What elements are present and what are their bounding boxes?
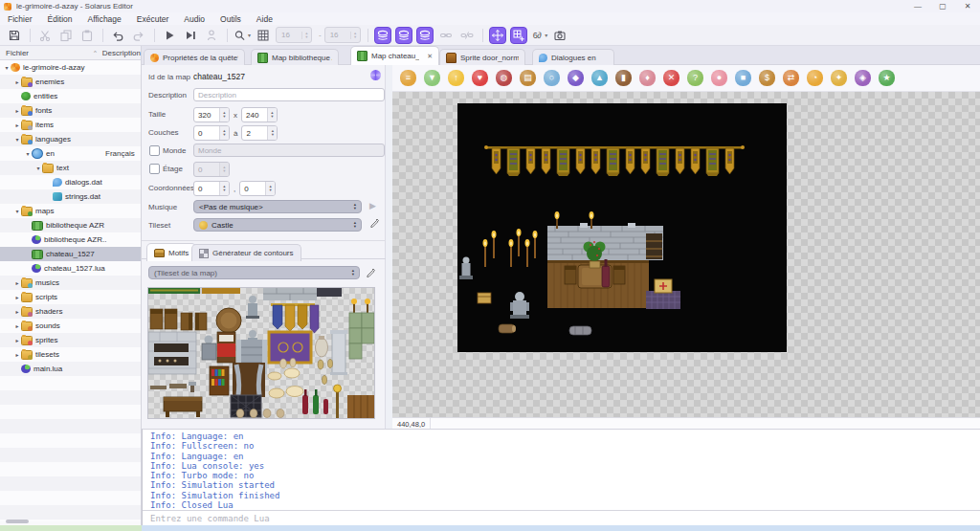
menu-audio[interactable]: Audio (176, 14, 212, 24)
layers-max-spinbox[interactable]: 2▴▾ (241, 125, 278, 141)
tree-item-strings.dat[interactable]: strings.dat (0, 189, 141, 204)
tree-item-text[interactable]: ▾text (0, 161, 141, 175)
size-width-spinbox[interactable]: 320▴▾ (193, 107, 230, 122)
edit-tileset-icon[interactable] (369, 218, 379, 230)
screenshot-button[interactable] (551, 27, 568, 44)
undo-button[interactable] (109, 27, 126, 44)
console-log[interactable]: Info: Language: enInfo: Fullscreen: noIn… (143, 430, 980, 510)
tree-item-items[interactable]: ▸items (0, 118, 141, 132)
entity-tool-teleporter-icon[interactable]: ▼ (424, 70, 440, 86)
coords-x-spinbox[interactable]: 0▴▾ (193, 181, 230, 196)
entity-tool-clock-arrow-icon[interactable]: ↑ (448, 70, 464, 86)
expand-arrow-icon[interactable]: ▸ (13, 322, 21, 329)
show-low-layer-button[interactable] (374, 27, 391, 44)
collapse-arrow-icon[interactable]: ▾ (34, 165, 42, 171)
refactor-icon[interactable] (370, 70, 381, 80)
tree-item-languages[interactable]: ▾languages (0, 132, 141, 146)
unlink-layers-button[interactable] (458, 27, 476, 44)
coords-y-spinbox[interactable]: 0▴▾ (239, 181, 276, 196)
collapse-arrow-icon[interactable]: ▾ (3, 64, 11, 71)
collapse-arrow-icon[interactable]: ▾ (24, 150, 32, 157)
expand-arrow-icon[interactable]: ▸ (13, 308, 21, 315)
entity-tool-cross-icon[interactable]: ✕ (663, 70, 679, 86)
menu-edition[interactable]: Édition (40, 14, 80, 24)
entity-tool-fence-icon[interactable]: ≡ (400, 70, 416, 86)
pause-button[interactable] (203, 27, 220, 44)
tree-item-sounds[interactable]: ▸sounds (0, 319, 141, 333)
tree-item-scripts[interactable]: ▸scripts (0, 290, 141, 304)
link-layers-button[interactable] (437, 27, 455, 44)
world-checkbox[interactable] (149, 145, 160, 156)
entity-tool-ring-icon[interactable]: ○ (544, 70, 560, 86)
panel-splitter[interactable] (386, 65, 392, 429)
tree-item-chateau_1527.lua[interactable]: chateau_1527.lua (0, 261, 141, 276)
tree-item-main.lua[interactable]: main.lua (0, 362, 141, 376)
expand-arrow-icon[interactable]: ▸ (13, 337, 21, 343)
entity-tool-npc-icon[interactable]: ▲ (591, 70, 608, 86)
close-button[interactable]: ✕ (955, 0, 980, 12)
maximize-button[interactable]: ▢ (930, 0, 955, 12)
entity-tool-shoes-icon[interactable]: ♦ (639, 70, 656, 86)
copy-button[interactable] (57, 27, 75, 44)
expand-arrow-icon[interactable]: ▸ (13, 78, 21, 85)
tree-item-le-grimoire-d-azay[interactable]: ▾le-grimoire-d-azay (0, 60, 141, 75)
floor-checkbox[interactable] (149, 164, 160, 174)
tileset-dropdown[interactable]: Castle▴▾ (193, 218, 362, 232)
layers-min-spinbox[interactable]: 0▴▾ (193, 125, 230, 141)
splitter-handle-left[interactable] (0, 525, 142, 531)
tree-item-chateau_1527[interactable]: chateau_1527 (0, 247, 141, 261)
collapse-arrow-icon[interactable]: ▾ (13, 208, 21, 214)
tree-item-entities[interactable]: entities (0, 89, 141, 103)
menu-outils[interactable]: Outils (212, 14, 249, 24)
description-input[interactable]: Description (193, 88, 385, 101)
paste-button[interactable] (78, 27, 96, 44)
tab-propri-t-s-de-la-qu-te-[interactable]: Propriétés de la quête* (144, 49, 245, 65)
entity-tool-clock-icon[interactable]: ◔ (807, 70, 823, 86)
expand-arrow-icon[interactable]: ▸ (13, 351, 21, 358)
entity-tool-arrows-icon[interactable]: ⇄ (783, 70, 799, 86)
show-grid-button[interactable] (255, 27, 272, 44)
tree-item-bibliotheque-AZR[interactable]: bibliotheque AZR (0, 218, 141, 232)
tree-item-bibliotheque-AZR..[interactable]: bibliotheque AZR.. (0, 232, 141, 247)
tab-map-bibliotheque-azr[interactable]: Map bibliotheque AZR (251, 49, 339, 65)
zoom-button[interactable]: ▾ (234, 27, 251, 44)
cut-button[interactable] (36, 27, 54, 44)
redo-button[interactable] (130, 27, 147, 44)
collapse-arrow-icon[interactable]: ▾ (13, 136, 21, 143)
tileset-patterns-view[interactable] (147, 287, 375, 419)
entity-tool-vase-icon[interactable]: ◍ (496, 70, 512, 86)
tree-item-en[interactable]: ▾enFrançais (0, 146, 141, 161)
tree-item-dialogs.dat[interactable]: dialogs.dat (0, 175, 141, 189)
save-button[interactable] (6, 27, 23, 44)
tree-item-tilesets[interactable]: ▸tilesets (0, 347, 141, 362)
entity-tool-key-icon[interactable]: ✦ (831, 70, 847, 86)
view-options-button[interactable]: 6∂▾ (531, 27, 547, 44)
menu-executer[interactable]: Exécuter (129, 14, 177, 24)
tab-patterns[interactable]: Motifs (146, 243, 196, 261)
expand-arrow-icon[interactable]: ▸ (13, 122, 21, 128)
menu-aide[interactable]: Aide (249, 14, 280, 24)
entity-tool-ice-block-icon[interactable]: ■ (735, 70, 751, 86)
tab-sprite-door-normal[interactable]: Sprite door_normal (439, 49, 525, 65)
menu-affichage[interactable]: Affichage (80, 14, 129, 24)
tab-map-chateau-1527[interactable]: Map chateau_1527✕ (350, 46, 439, 65)
tree-horizontal-scrollbar[interactable] (6, 520, 29, 523)
splitter-handle-right[interactable] (142, 525, 980, 531)
add-tile-mode-button[interactable] (510, 27, 527, 44)
minimize-button[interactable]: — (905, 0, 930, 12)
entity-tool-puzzle-icon[interactable]: ★ (879, 70, 895, 86)
entity-tool-door-icon[interactable]: ▮ (615, 70, 632, 86)
music-dropdown[interactable]: <Pas de musique>▴▾ (193, 200, 362, 213)
show-intermediate-layer-button[interactable] (395, 27, 412, 44)
expand-arrow-icon[interactable]: ▸ (13, 279, 21, 286)
entity-tool-enemy-icon[interactable]: ◆ (568, 70, 584, 86)
expand-arrow-icon[interactable]: ▸ (13, 294, 21, 300)
size-height-spinbox[interactable]: 240▴▾ (241, 107, 278, 122)
tileset-select-dropdown[interactable]: (Tileset de la map)▴▾ (148, 266, 360, 279)
tab-border-generator[interactable]: Générateur de contours (191, 244, 301, 261)
tree-item-sprites[interactable]: ▸sprites (0, 333, 141, 347)
entity-tool-question-icon[interactable]: ? (687, 70, 703, 86)
entity-tool-treasure-icon[interactable]: $ (759, 70, 775, 86)
tree-item-maps[interactable]: ▾maps (0, 204, 141, 218)
play-music-icon[interactable]: ▶ (369, 201, 376, 210)
